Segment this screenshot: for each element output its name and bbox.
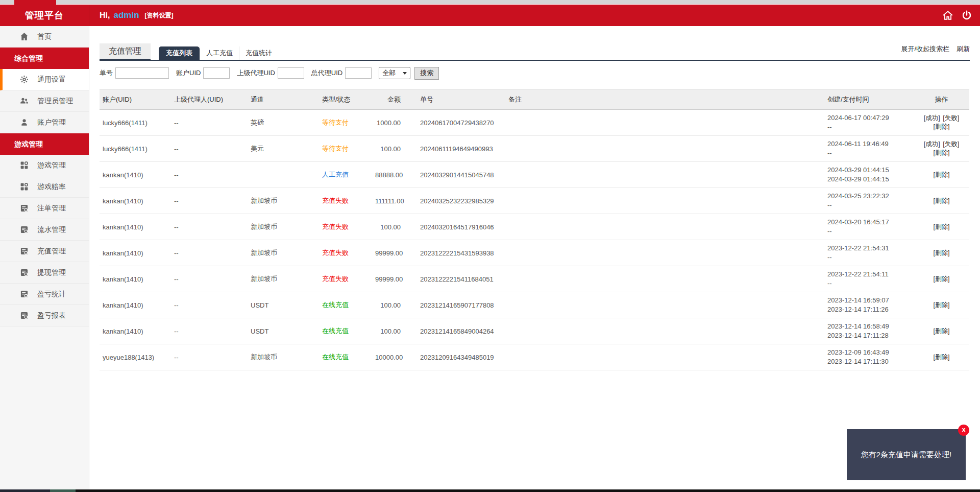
table-row: kankan(1410)--人工充值88888.0020240329014415…	[100, 162, 969, 188]
cell-agent: --	[171, 136, 248, 162]
action-link[interactable]: [删除]	[934, 197, 950, 204]
cell-status: 充值失败	[319, 240, 375, 266]
cell-account: kankan(1410)	[100, 162, 171, 188]
sidebar-item-recharge-mgmt[interactable]: 充值管理	[0, 241, 89, 262]
cell-agent: --	[171, 240, 248, 266]
cell-order-number: 20231214165849004264	[406, 318, 505, 344]
report-icon	[19, 311, 29, 320]
column-header: 通道	[248, 89, 319, 110]
cell-account: kankan(1410)	[100, 318, 171, 344]
sidebar-section-general-mgmt[interactable]: 综合管理	[0, 48, 89, 69]
sidebar-item-turnover-mgmt[interactable]: 流水管理	[0, 219, 89, 241]
action-link[interactable]: [成功]	[924, 140, 940, 148]
parent-agent-uid-input[interactable]	[278, 67, 304, 79]
created-time: 2024-03-29 01:44:15	[827, 166, 914, 175]
cell-note	[505, 344, 824, 370]
action-link[interactable]: [删除]	[934, 301, 950, 309]
action-link[interactable]: [删除]	[934, 354, 950, 361]
action-link[interactable]: [删除]	[934, 149, 950, 156]
cell-account: lucky666(1411)	[100, 110, 171, 136]
cell-time: 2023-12-14 16:59:072023-12-14 17:11:26	[824, 292, 914, 318]
notification-toast: x 您有2条充值申请需要处理!	[847, 429, 966, 480]
cell-agent: --	[171, 162, 248, 188]
sidebar-item-home[interactable]: 首页	[0, 26, 89, 48]
paid-time: 2023-12-14 17:11:30	[827, 357, 914, 366]
power-icon[interactable]	[962, 10, 972, 20]
cell-amount: 100.00	[375, 214, 406, 240]
created-time: 2024-03-20 16:45:17	[827, 218, 914, 227]
cell-channel: USDT	[248, 292, 319, 318]
cell-agent: --	[171, 110, 248, 136]
order-number-input[interactable]	[115, 67, 169, 79]
action-link[interactable]: [删除]	[934, 275, 950, 283]
report-icon	[19, 225, 29, 235]
created-time: 2023-12-14 16:58:49	[827, 322, 914, 331]
sidebar-item-general-settings[interactable]: 通用设置	[0, 69, 89, 90]
cell-note	[505, 240, 824, 266]
paid-time: 2023-12-14 17:11:28	[827, 331, 914, 340]
cell-time: 2023-12-22 21:54:31--	[824, 240, 914, 266]
cell-actions: [删除]	[914, 214, 969, 240]
gear-icon	[19, 75, 29, 84]
order-number-label: 单号	[100, 68, 113, 78]
cell-amount: 111111.00	[375, 188, 406, 214]
action-link[interactable]: [失败]	[943, 140, 959, 148]
cell-status: 充值失败	[319, 214, 375, 240]
paid-time: --	[827, 149, 914, 158]
profile-settings-link[interactable]: [资料设置]	[145, 11, 174, 20]
action-link[interactable]: [成功]	[924, 114, 940, 122]
sidebar-item-profit-report[interactable]: 盈亏报表	[0, 305, 89, 326]
cell-actions: [删除]	[914, 188, 969, 214]
cell-actions: [删除]	[914, 240, 969, 266]
search-field: 上级代理UID	[237, 67, 304, 79]
sidebar-item-admin-mgmt[interactable]: 管理员管理	[0, 90, 89, 112]
sidebar-item-account-mgmt[interactable]: 账户管理	[0, 112, 89, 133]
action-link[interactable]: [失败]	[943, 114, 959, 122]
cell-account: kankan(1410)	[100, 266, 171, 292]
created-time: 2024-06-11 19:46:49	[827, 139, 914, 149]
toggle-search-link[interactable]: 展开/收起搜索栏	[901, 44, 949, 54]
column-header: 账户(UID)	[100, 89, 171, 110]
action-link[interactable]: [删除]	[934, 171, 950, 178]
sidebar-item-profit-stats[interactable]: 盈亏统计	[0, 284, 89, 305]
cell-order-number: 20231222215411684051	[406, 266, 505, 292]
tab-recharge-list[interactable]: 充值列表	[159, 46, 200, 60]
status-badge: 在线充值	[322, 353, 349, 361]
tab-recharge-stats[interactable]: 充值统计	[239, 46, 278, 60]
sidebar-item-withdraw-mgmt[interactable]: 提现管理	[0, 262, 89, 284]
cell-channel: USDT	[248, 318, 319, 344]
search-button[interactable]: 搜索	[414, 67, 439, 80]
sidebar-item-game-mgmt[interactable]: 游戏管理	[0, 155, 89, 176]
chevron-down-icon	[403, 72, 407, 75]
action-link[interactable]: [删除]	[934, 123, 950, 130]
status-filter-select[interactable]: 全部	[379, 67, 410, 79]
table-row: kankan(1410)--USDT在线充值100.00202312141658…	[100, 318, 969, 344]
user-icon	[19, 118, 29, 127]
top-agent-uid-input[interactable]	[345, 67, 372, 79]
sidebar-section-game-mgmt-section[interactable]: 游戏管理	[0, 133, 89, 155]
cell-status: 等待支付	[319, 110, 375, 136]
cell-agent: --	[171, 318, 248, 344]
report-icon	[19, 247, 29, 256]
sidebar-item-bet-order-mgmt[interactable]: 注单管理	[0, 198, 89, 219]
grid-icon	[19, 161, 29, 170]
tab-manual-recharge[interactable]: 人工充值	[200, 46, 239, 60]
home-icon	[19, 32, 29, 41]
action-link[interactable]: [删除]	[934, 327, 950, 335]
action-link[interactable]: [删除]	[934, 223, 950, 230]
cell-note	[505, 318, 824, 344]
cell-channel: 新加坡币	[248, 188, 319, 214]
cell-status: 充值失败	[319, 188, 375, 214]
cell-account: kankan(1410)	[100, 214, 171, 240]
home-icon[interactable]	[942, 10, 953, 20]
column-header: 金额	[375, 89, 406, 110]
account-uid-input[interactable]	[203, 67, 230, 79]
refresh-link[interactable]: 刷新	[957, 44, 970, 54]
page-title: 充值管理	[100, 43, 151, 61]
action-link[interactable]: [删除]	[934, 249, 950, 256]
cell-actions: [删除]	[914, 344, 969, 370]
sidebar-item-game-odds[interactable]: 游戏赔率	[0, 176, 89, 198]
paid-time: 2023-12-14 17:11:26	[827, 305, 914, 314]
cell-order-number: 20240611194649490993	[406, 136, 505, 162]
status-badge: 在线充值	[322, 327, 349, 335]
